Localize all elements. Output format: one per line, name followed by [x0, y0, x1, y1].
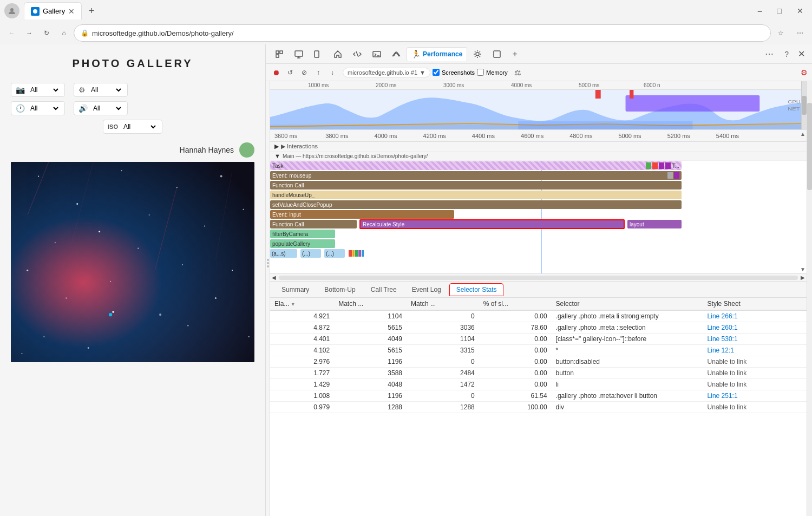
- stylesheet-link[interactable]: Line 530:1: [708, 335, 738, 343]
- right-scrollbar[interactable]: [807, 81, 812, 516]
- cell-stylesheet[interactable]: Line 251:1: [703, 390, 807, 402]
- reload-record-button[interactable]: ↺: [284, 67, 296, 79]
- setvalue-bar[interactable]: setValueAndClosePopup: [270, 200, 682, 209]
- mouseup-bar[interactable]: Event: mouseup: [270, 171, 682, 180]
- cell-match-attempts: 1288: [334, 402, 407, 413]
- tab-close-button[interactable]: ✕: [68, 7, 75, 16]
- scroll-left-btn[interactable]: ◀: [270, 274, 278, 282]
- site-badge-dropdown-icon[interactable]: ▼: [420, 69, 425, 76]
- clear-button[interactable]: ⊘: [298, 67, 310, 79]
- aperture-select[interactable]: All: [91, 104, 123, 113]
- col-elapsed[interactable]: Ela...: [270, 298, 334, 310]
- recalculate-style-bar[interactable]: Recalculate Style: [359, 219, 625, 229]
- tab-call-tree[interactable]: Call Tree: [364, 283, 404, 296]
- camera-select[interactable]: All: [28, 86, 60, 94]
- shutter-filter[interactable]: 🕐 All: [11, 101, 65, 115]
- main-thread-row[interactable]: ▼ Main — https://microsoftedge.github.io…: [270, 152, 807, 161]
- handle-mouseup-bar[interactable]: handleMouseUp_: [270, 191, 682, 199]
- lens-select[interactable]: All: [89, 86, 123, 94]
- reload-button[interactable]: ↻: [39, 25, 54, 41]
- maximize-button[interactable]: □: [773, 4, 786, 17]
- col-selector[interactable]: Selector: [552, 298, 703, 310]
- stylesheet-link[interactable]: Line 266:1: [708, 312, 738, 320]
- cell-stylesheet[interactable]: Line 12:1: [703, 345, 807, 356]
- small-bar-3[interactable]: (...): [324, 249, 345, 258]
- col-pct-slow[interactable]: % of sl...: [479, 298, 552, 310]
- col-match-attempts[interactable]: Match ...: [334, 298, 407, 310]
- shutter-select[interactable]: All: [28, 104, 60, 113]
- iso-filter[interactable]: ISO All: [103, 120, 162, 134]
- active-tab[interactable]: Gallery ✕: [24, 2, 82, 19]
- upload-button[interactable]: ↑: [312, 67, 324, 79]
- scroll-down-arrow[interactable]: ▼: [800, 266, 806, 272]
- minimize-button[interactable]: –: [754, 4, 767, 17]
- devtools-home-tool[interactable]: [329, 47, 347, 61]
- small-bar-2[interactable]: (...): [300, 249, 321, 258]
- address-bar[interactable]: 🔒: [74, 24, 771, 42]
- url-input[interactable]: [92, 29, 764, 37]
- photo-container: [0, 162, 265, 516]
- devtools-inspect-tool[interactable]: [270, 47, 289, 61]
- cell-stylesheet[interactable]: Line 530:1: [703, 334, 807, 345]
- devtools-add-tool[interactable]: +: [507, 47, 522, 62]
- scroll-up-arrow[interactable]: ▲: [800, 131, 806, 137]
- input-event-bar[interactable]: Event: input: [270, 210, 454, 219]
- tab-summary[interactable]: Summary: [274, 283, 316, 296]
- iso-select[interactable]: All: [121, 122, 158, 131]
- lens-filter[interactable]: ⚙ All: [74, 83, 128, 97]
- back-button[interactable]: ←: [4, 25, 19, 41]
- devtools-network-tool[interactable]: [387, 47, 405, 61]
- stylesheet-link[interactable]: Line 260:1: [708, 324, 738, 331]
- devtools-help-button[interactable]: ?: [780, 47, 794, 61]
- filter-camera-bar[interactable]: filterByCamera: [270, 230, 335, 238]
- cell-match-attempts: 5615: [334, 345, 407, 356]
- populate-gallery-bar[interactable]: populateGallery: [270, 239, 335, 248]
- scroll-track[interactable]: [279, 276, 798, 280]
- devtools-application-tool[interactable]: [488, 47, 506, 61]
- cell-stylesheet[interactable]: Line 260:1: [703, 322, 807, 334]
- devtools-close-button[interactable]: ✕: [795, 48, 808, 61]
- devtools-performance-tool[interactable]: 🏃 Performance: [407, 47, 467, 61]
- scroll-right-btn[interactable]: ▶: [799, 274, 807, 282]
- svg-point-15: [110, 281, 111, 282]
- function-call-bar-2[interactable]: Function Call: [270, 220, 357, 228]
- tab-bottom-up[interactable]: Bottom-Up: [317, 283, 362, 296]
- small-bar-1[interactable]: (a...s): [270, 249, 297, 258]
- task-bar[interactable]: Task T...: [270, 161, 682, 170]
- devtools-screenshare-tool[interactable]: [290, 47, 308, 61]
- col-stylesheet[interactable]: Style Sheet: [703, 298, 807, 310]
- aperture-filter[interactable]: 🔊 All: [74, 101, 128, 115]
- devtools-toggle-tool[interactable]: [309, 47, 328, 61]
- overview-scrollbar[interactable]: [801, 81, 807, 129]
- stylesheet-link[interactable]: Line 12:1: [708, 347, 734, 354]
- home-button[interactable]: ⌂: [56, 25, 71, 41]
- layout-bar[interactable]: layout: [627, 220, 682, 228]
- new-tab-button[interactable]: +: [84, 3, 99, 18]
- screenshots-checkbox[interactable]: [433, 69, 440, 76]
- camera-filter[interactable]: 📷 All: [11, 83, 65, 97]
- col-match-count[interactable]: Match ...: [407, 298, 479, 310]
- record-button[interactable]: ⏺: [270, 67, 282, 79]
- devtools-console-tool[interactable]: [368, 47, 386, 61]
- forward-button[interactable]: →: [22, 25, 37, 41]
- memory-checkbox[interactable]: [477, 69, 484, 76]
- more-button[interactable]: ⋯: [793, 25, 808, 41]
- devtools-elements-tool[interactable]: [348, 47, 366, 61]
- cell-stylesheet[interactable]: Line 266:1: [703, 310, 807, 322]
- interactions-row[interactable]: ▶ ▶ Interactions: [270, 142, 807, 152]
- ruler-5200: 5200 ms: [667, 133, 690, 139]
- tab-event-log[interactable]: Event Log: [405, 283, 448, 296]
- devtools-settings-tool[interactable]: [468, 47, 487, 61]
- stylesheet-link[interactable]: Line 251:1: [708, 392, 738, 400]
- function-call-bar-1[interactable]: Function Call: [270, 181, 682, 190]
- sidebar-resize-handle[interactable]: [266, 255, 270, 271]
- recalculate-style-label: Recalculate Style: [363, 221, 404, 227]
- favorites-button[interactable]: ☆: [773, 25, 788, 41]
- tab-selector-stats[interactable]: Selector Stats: [449, 283, 504, 296]
- devtools-more-button[interactable]: ⋯: [760, 46, 778, 62]
- flame-row-handle: handleMouseUp_: [270, 190, 807, 200]
- download-button[interactable]: ↓: [326, 67, 338, 79]
- settings-gear-icon[interactable]: ⚙: [801, 68, 808, 77]
- calibrate-icon[interactable]: ⚖: [514, 68, 521, 77]
- close-button[interactable]: ✕: [793, 4, 808, 17]
